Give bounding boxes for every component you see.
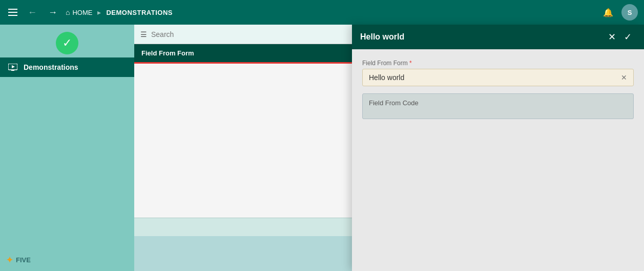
sidebar-item-demonstrations-label: Demonstrations xyxy=(24,63,78,71)
topbar: ← → ⌂ HOME ▸ DEMONSTRATIONS 🔔 S xyxy=(0,0,644,25)
field-from-form-input[interactable]: Hello world ✕ xyxy=(362,69,634,86)
content-area: ☰ 🔍 + Field From Form Hello world ✕ ✓ xyxy=(134,25,644,271)
sidebar-item-demonstrations[interactable]: Demonstrations xyxy=(0,57,134,77)
avatar[interactable]: S xyxy=(621,4,638,21)
sidebar: ✓ Demonstrations ✦ FIVE xyxy=(0,25,134,271)
field-from-form-group: Field From Form * Hello world ✕ xyxy=(362,60,634,86)
column-header-field-from-form: Field From Form xyxy=(141,49,194,57)
field-from-code-label: Field From Code xyxy=(369,99,419,107)
dialog-confirm-button[interactable]: ✓ xyxy=(620,29,636,45)
success-icon: ✓ xyxy=(56,32,78,54)
dialog-title: Hello world xyxy=(360,32,604,42)
back-button[interactable]: ← xyxy=(25,6,40,19)
main-layout: ✓ Demonstrations ✦ FIVE ☰ 🔍 + xyxy=(0,25,644,271)
field-from-code-input: Field From Code xyxy=(362,93,634,119)
filter-icon: ☰ xyxy=(140,30,147,38)
dialog-panel: Hello world ✕ ✓ Field From Form * Hello … xyxy=(352,25,644,271)
field-from-code-group: Field From Code xyxy=(362,93,634,119)
notifications-bell[interactable]: 🔔 xyxy=(600,4,616,21)
dialog-close-button[interactable]: ✕ xyxy=(604,29,620,45)
logo-star-icon: ✦ xyxy=(6,255,13,265)
home-label: HOME xyxy=(72,9,92,16)
home-icon: ⌂ xyxy=(66,8,70,16)
forward-button[interactable]: → xyxy=(45,6,60,19)
dialog-header: Hello world ✕ ✓ xyxy=(352,25,644,49)
five-logo: ✦ FIVE xyxy=(6,255,31,265)
breadcrumb-page: DEMONSTRATIONS xyxy=(106,9,173,16)
menu-icon[interactable] xyxy=(6,7,19,18)
logo-text: FIVE xyxy=(16,256,31,264)
sidebar-logo-area: ✦ FIVE xyxy=(6,255,31,265)
field-from-form-value: Hello world xyxy=(369,73,617,82)
field-from-form-clear-button[interactable]: ✕ xyxy=(621,73,627,82)
dialog-body: Field From Form * Hello world ✕ Field Fr… xyxy=(352,49,644,271)
svg-marker-1 xyxy=(12,65,15,68)
field-from-form-label: Field From Form * xyxy=(362,60,634,67)
breadcrumb-separator: ▸ xyxy=(97,8,101,16)
home-link[interactable]: ⌂ HOME xyxy=(66,8,92,16)
svg-rect-2 xyxy=(11,70,14,71)
demonstrations-icon xyxy=(7,63,18,72)
